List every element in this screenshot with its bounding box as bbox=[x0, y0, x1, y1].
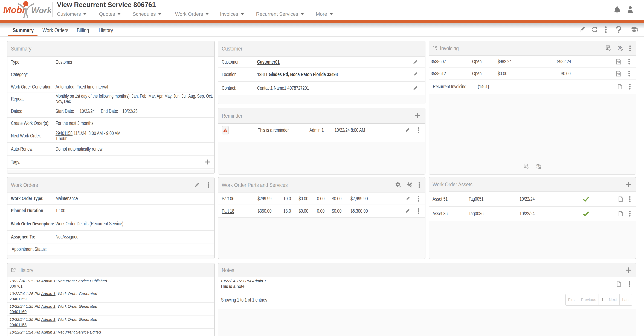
svg-text:$: $ bbox=[537, 165, 539, 168]
svg-text:PDF: PDF bbox=[616, 61, 620, 63]
svg-text:$: $ bbox=[619, 47, 621, 50]
svg-text:PDF: PDF bbox=[616, 73, 620, 75]
svg-text:Work: Work bbox=[31, 5, 52, 15]
